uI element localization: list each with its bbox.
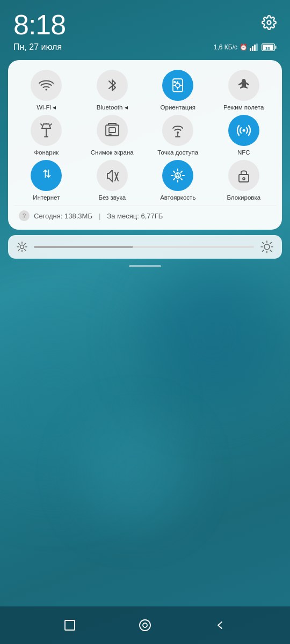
quick-settings-panel: Wi-Fi ◂ Bluetooth ◂ Ориент	[8, 60, 282, 230]
brightness-bar[interactable]	[8, 235, 282, 259]
brightness-track[interactable]	[34, 246, 254, 248]
svg-line-15	[41, 124, 42, 125]
lock-circle	[228, 160, 259, 191]
airplane-label: Режим полета	[223, 104, 264, 112]
airplane-circle	[228, 70, 259, 101]
silent-label: Без звука	[98, 194, 126, 202]
today-usage: Сегодня: 138,3МБ	[34, 212, 92, 220]
flashlight-label: Фонарик	[34, 149, 59, 157]
svg-line-32	[173, 171, 175, 172]
bluetooth-circle	[97, 70, 128, 101]
drag-handle-bar	[129, 265, 161, 267]
internet-label: Интернет	[33, 194, 60, 202]
tile-orientation[interactable]: Ориентация	[145, 70, 211, 112]
status-bar: 8:18	[0, 0, 290, 41]
internet-circle: ⇅	[31, 160, 62, 191]
monthly-usage: За месяц: 6,77ГБ	[107, 212, 163, 220]
svg-rect-17	[106, 125, 119, 136]
svg-line-56	[263, 250, 264, 251]
tile-nfc[interactable]: NFC	[211, 115, 277, 157]
alarm-icon: ⏰	[240, 43, 248, 51]
data-speed: 1,6 КБ/с	[214, 43, 237, 51]
brightness-low-icon	[17, 241, 27, 252]
svg-point-23	[242, 129, 245, 131]
svg-point-58	[140, 620, 150, 631]
svg-line-35	[173, 178, 175, 179]
svg-rect-37	[239, 174, 249, 182]
svg-point-11	[176, 83, 180, 87]
nfc-circle	[228, 115, 259, 146]
data-divider: |	[99, 212, 100, 220]
svg-rect-57	[65, 620, 75, 630]
orientation-circle	[162, 70, 193, 101]
wifi-circle	[31, 70, 62, 101]
flashlight-circle	[31, 115, 62, 146]
svg-point-59	[143, 623, 147, 627]
svg-rect-3	[254, 45, 256, 51]
screenshot-label: Снимок экрана	[91, 149, 134, 157]
svg-line-45	[25, 250, 26, 251]
lock-label: Блокировка	[227, 194, 260, 202]
autobrightness-label: Автояркость	[160, 194, 195, 202]
clock: 8:18	[13, 11, 66, 39]
brightness-fill	[34, 246, 133, 248]
autobrightness-circle: A	[162, 160, 193, 191]
nav-recents-button[interactable]	[64, 619, 76, 631]
svg-text:⇅: ⇅	[42, 168, 52, 180]
tiles-grid: Wi-Fi ◂ Bluetooth ◂ Ориент	[13, 70, 277, 201]
orientation-label: Ориентация	[161, 104, 195, 112]
nav-back-button[interactable]	[214, 619, 226, 631]
tile-flashlight[interactable]: Фонарик	[13, 115, 79, 157]
wifi-label: Wi-Fi ◂	[37, 104, 56, 112]
tile-autobrightness[interactable]: A Автояркость	[145, 160, 211, 202]
svg-rect-1	[250, 48, 251, 51]
svg-text:A: A	[176, 173, 179, 179]
svg-point-9	[46, 89, 47, 91]
screenshot-circle	[97, 115, 128, 146]
tile-hotspot[interactable]: Точка доступа	[145, 115, 211, 157]
settings-icon[interactable]	[262, 15, 277, 30]
silent-circle	[97, 160, 128, 191]
svg-line-33	[181, 178, 182, 179]
svg-line-53	[263, 243, 264, 244]
svg-point-38	[243, 178, 245, 180]
drag-handle	[0, 265, 290, 267]
tile-wifi[interactable]: Wi-Fi ◂	[13, 70, 79, 112]
svg-line-47	[19, 250, 20, 251]
svg-point-39	[20, 245, 24, 249]
battery-icon: 30	[262, 43, 277, 51]
tile-screenshot[interactable]: Снимок экрана	[79, 115, 146, 157]
tile-silent[interactable]: Без звука	[79, 160, 146, 202]
svg-line-55	[270, 243, 271, 244]
tile-internet[interactable]: ⇅ Интернет	[13, 160, 79, 202]
svg-line-34	[181, 171, 182, 172]
hotspot-circle	[162, 115, 193, 146]
svg-rect-4	[256, 43, 258, 51]
svg-line-16	[50, 124, 52, 125]
date: Пн, 27 июля	[13, 42, 62, 52]
svg-point-0	[267, 21, 271, 25]
svg-point-48	[264, 244, 270, 250]
svg-line-54	[270, 250, 271, 251]
nfc-label: NFC	[237, 149, 250, 157]
signal-icon	[250, 43, 259, 51]
svg-line-46	[25, 244, 26, 245]
svg-rect-6	[276, 46, 277, 49]
nav-home-button[interactable]	[139, 619, 151, 632]
hotspot-label: Точка доступа	[157, 149, 198, 157]
svg-line-44	[19, 244, 20, 245]
svg-rect-2	[252, 46, 253, 51]
tile-airplane[interactable]: Режим полета	[211, 70, 277, 112]
status-bar-bottom: Пн, 27 июля 1,6 КБ/с ⏰ 30	[0, 41, 290, 57]
status-icons: 1,6 КБ/с ⏰ 30	[214, 43, 277, 51]
tile-lock[interactable]: Блокировка	[211, 160, 277, 202]
data-usage-icon: ?	[19, 210, 30, 221]
tile-bluetooth[interactable]: Bluetooth ◂	[79, 70, 146, 112]
nav-bar	[0, 606, 290, 644]
svg-rect-18	[109, 128, 115, 133]
bluetooth-label: Bluetooth ◂	[97, 104, 128, 112]
brightness-high-icon	[260, 240, 273, 253]
svg-text:30: 30	[265, 46, 270, 51]
data-usage-row: ? Сегодня: 138,3МБ | За месяц: 6,77ГБ	[13, 206, 277, 222]
